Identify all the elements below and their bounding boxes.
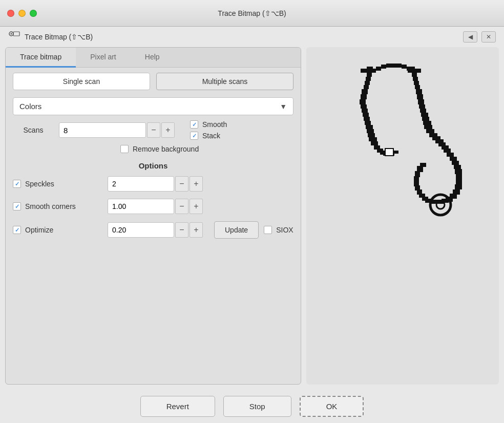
svg-rect-34 [369,137,377,141]
siox-checkbox[interactable] [264,226,272,234]
smooth-checkbox[interactable] [190,120,198,129]
minimize-button[interactable] [18,10,26,17]
svg-rect-42 [416,89,422,94]
optimize-label: Optimize [25,226,53,234]
svg-rect-23 [362,89,368,94]
tab-pixel-art[interactable]: Pixel art [76,48,131,68]
speckles-input-group: − + [108,176,203,192]
svg-rect-7 [367,73,372,77]
close-button[interactable] [7,10,14,17]
sub-tab-multiple-scans[interactable]: Multiple scans [156,73,293,90]
svg-rect-50 [424,125,432,129]
smooth-corners-label-group: Smooth corners [13,202,102,210]
scans-input[interactable] [59,122,146,138]
speckles-checkbox[interactable] [13,180,21,188]
stethoscope-image [317,57,489,231]
scans-label: Scans [13,126,54,134]
back-button[interactable]: ◀ [463,31,477,43]
close-nav-button[interactable]: ✕ [481,31,496,43]
svg-rect-58 [447,153,454,157]
titlebar: Trace Bitmap (⇧⌥B) [0,0,504,27]
update-button[interactable]: Update [214,221,259,239]
tab-trace-bitmap[interactable]: Trace bitmap [6,48,76,68]
stack-checkbox[interactable] [190,132,198,140]
svg-rect-27 [362,109,368,113]
settings-section: Scans − + Smooth [6,120,301,161]
titlebar-buttons [7,10,37,17]
ok-button[interactable]: OK [300,396,364,417]
svg-rect-13 [414,81,419,85]
smooth-corners-minus-button[interactable]: − [175,199,188,214]
svg-rect-24 [361,94,367,99]
svg-rect-46 [420,109,426,113]
speckles-minus-button[interactable]: − [175,176,188,192]
smooth-corners-input[interactable] [108,199,174,214]
svg-rect-2 [13,32,19,36]
svg-rect-19 [391,64,396,68]
svg-point-1 [11,33,12,35]
chevron-down-icon: ▼ [280,102,287,111]
optimize-row: Optimize − + Update [13,221,293,239]
maximize-button[interactable] [30,10,37,17]
svg-rect-22 [407,67,412,71]
svg-rect-57 [444,149,451,153]
svg-rect-17 [381,65,386,69]
sub-tab-single-scan[interactable]: Single scan [13,73,150,90]
scans-plus-button[interactable]: + [161,122,175,138]
svg-rect-63 [456,174,462,179]
optimize-checkbox[interactable] [13,226,21,234]
options-section: Options Speckles − + [6,161,301,246]
speckles-label: Speckles [25,180,54,188]
svg-rect-6 [415,69,421,73]
svg-rect-47 [421,113,428,117]
svg-rect-15 [371,69,376,73]
svg-rect-10 [364,85,369,89]
svg-rect-25 [360,99,366,104]
optimize-input[interactable] [108,222,174,238]
smooth-corners-plus-button[interactable]: + [190,199,203,214]
svg-rect-9 [365,81,370,85]
smooth-label: Smooth [202,120,227,129]
window-header-right: ◀ ✕ [463,31,496,43]
svg-rect-20 [396,64,402,68]
svg-rect-44 [418,99,424,104]
svg-rect-45 [419,104,425,109]
svg-rect-33 [368,133,375,137]
window-header: Trace Bitmap (⇧⌥B) ◀ ✕ [0,27,504,47]
scans-minus-button[interactable]: − [147,122,160,138]
speckles-plus-button[interactable]: + [190,176,203,192]
titlebar-title: Trace Bitmap (⇧⌥B) [218,9,286,17]
svg-rect-29 [364,117,370,121]
smooth-corners-label: Smooth corners [25,202,76,210]
remove-bg-checkbox[interactable] [120,145,129,153]
svg-rect-49 [423,121,431,125]
svg-rect-26 [361,104,367,109]
tab-help[interactable]: Help [131,48,174,68]
stack-label: Stack [202,132,220,140]
svg-rect-65 [455,184,462,189]
svg-rect-4 [361,69,367,73]
svg-rect-60 [452,161,459,165]
checkboxes-col: Smooth Stack [190,120,227,140]
smooth-corners-row: Smooth corners − + [13,199,293,214]
colors-dropdown[interactable]: Colors ▼ [13,97,293,115]
svg-rect-8 [366,77,371,81]
left-panel: Trace bitmap Pixel art Help Single scan … [5,47,301,385]
optimize-minus-button[interactable]: − [175,222,188,238]
window-title: Trace Bitmap (⇧⌥B) [25,33,93,41]
svg-rect-48 [422,117,429,121]
content-area: Trace bitmap Pixel art Help Single scan … [0,47,504,390]
main-window: Trace Bitmap (⇧⌥B) ◀ ✕ Trace bitmap Pixe… [0,27,504,423]
optimize-plus-button[interactable]: + [190,222,203,238]
bottom-buttons: Revert Stop OK [0,390,504,423]
right-panel [306,47,499,385]
svg-rect-21 [402,65,407,69]
speckles-input[interactable] [108,176,174,192]
scans-input-group: − + [59,122,175,138]
smooth-row: Smooth [190,120,227,129]
close-icon: ✕ [486,33,491,40]
svg-rect-18 [386,64,391,68]
smooth-corners-checkbox[interactable] [13,202,21,210]
stop-button[interactable]: Stop [223,396,291,417]
revert-button[interactable]: Revert [140,396,215,417]
